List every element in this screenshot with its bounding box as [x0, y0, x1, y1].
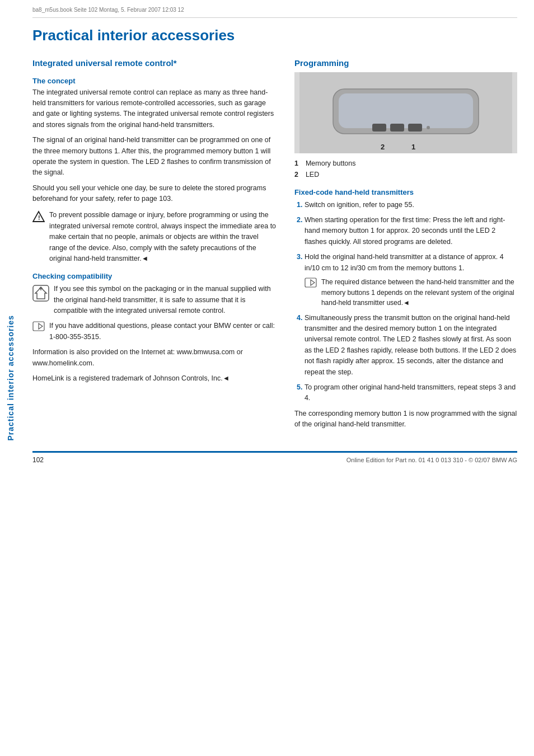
svg-rect-9	[339, 93, 473, 128]
main-content: ba8_m5us.book Seite 102 Montag, 5. Febru…	[21, 0, 534, 481]
warning-text: To prevent possible damage or injury, be…	[49, 210, 278, 264]
note-arrow-icon	[32, 321, 45, 331]
step-1: Switch on ignition, refer to page 55.	[305, 200, 517, 210]
trademark-text: HomeLink is a registered trademark of Jo…	[32, 373, 278, 384]
step-5-text: To program other original hand-held tran…	[305, 383, 516, 402]
internet-text: Information is also provided on the Inte…	[32, 347, 278, 369]
steps-list: Switch on ignition, refer to page 55. Wh…	[294, 200, 517, 404]
programming-heading: Programming	[294, 58, 517, 69]
programming-image: 2 1	[294, 72, 517, 153]
concept-subheading: The concept	[32, 77, 278, 85]
svg-marker-17	[311, 280, 315, 285]
step3-note-icon	[305, 278, 317, 288]
svg-rect-10	[372, 124, 386, 132]
step-5: To program other original hand-held tran…	[305, 382, 517, 404]
sidebar: Practical interior accessories	[0, 0, 21, 756]
legend-text-1: Memory buttons	[306, 159, 356, 169]
svg-rect-11	[390, 124, 404, 132]
col-right: Programming 2 1	[294, 58, 517, 434]
edition-text: Online Edition for Part no. 01 41 0 013 …	[346, 457, 517, 463]
step-3: Hold the original hand-held transmitter …	[305, 252, 517, 308]
integrated-remote-heading: Integrated universal remote control*	[32, 58, 278, 69]
contact-note-box: If you have additional questions, please…	[32, 321, 278, 342]
step-1-text: Switch on ignition, refer to page 55.	[305, 201, 414, 209]
step-3-text: Hold the original hand-held transmitter …	[305, 253, 504, 271]
col-left: Integrated universal remote control* The…	[32, 58, 278, 434]
warning-box: ! To prevent possible damage or injury, …	[32, 210, 278, 264]
legend-num-2: 2	[294, 170, 301, 180]
warning-icon: !	[32, 210, 45, 223]
fixed-code-heading: Fixed-code hand-held transmitters	[294, 188, 517, 196]
svg-text:2: 2	[381, 143, 385, 151]
step-2-text: When starting operation for the first ti…	[305, 216, 505, 246]
compat-subheading: Checking compatibility	[32, 272, 278, 280]
step-4: Simultaneously press the transmit button…	[305, 313, 517, 378]
step3-note-box: The required distance between the hand-h…	[305, 277, 517, 308]
homelink-icon	[32, 285, 49, 302]
concept-para-1: The integrated universal remote control …	[32, 87, 278, 131]
legend-text-2: LED	[306, 170, 319, 180]
compat-note-text: If you see this symbol on the packaging …	[54, 284, 278, 316]
mirror-illustration: 2 1	[294, 72, 517, 153]
legend-item-1: 1 Memory buttons	[294, 159, 517, 169]
contact-note-text: If you have additional questions, please…	[49, 321, 278, 342]
footer: 102 Online Edition for Part no. 01 41 0 …	[32, 451, 517, 464]
meta-line: ba8_m5us.book Seite 102 Montag, 5. Febru…	[32, 0, 517, 18]
step-4-text: Simultaneously press the transmit button…	[305, 314, 516, 376]
svg-text:!: !	[38, 214, 40, 221]
svg-marker-6	[39, 323, 43, 329]
legend-item-2: 2 LED	[294, 170, 517, 180]
legend: 1 Memory buttons 2 LED	[294, 159, 517, 180]
svg-rect-12	[408, 124, 422, 132]
concept-para-2: The signal of an original hand-held tran…	[32, 135, 278, 179]
concept-para-3: Should you sell your vehicle one day, be…	[32, 183, 278, 205]
conclusion-text: The corresponding memory button 1 is now…	[294, 408, 517, 430]
step3-note-text: The required distance between the hand-h…	[321, 277, 517, 308]
step-2: When starting operation for the first ti…	[305, 215, 517, 247]
legend-num-1: 1	[294, 159, 301, 169]
sidebar-label: Practical interior accessories	[6, 315, 15, 441]
compat-box: If you see this symbol on the packaging …	[32, 284, 278, 316]
svg-point-15	[427, 126, 430, 129]
page-title: Practical interior accessories	[32, 27, 517, 44]
two-col-layout: Integrated universal remote control* The…	[32, 58, 517, 434]
svg-text:1: 1	[411, 143, 415, 151]
page-number: 102	[32, 456, 44, 464]
